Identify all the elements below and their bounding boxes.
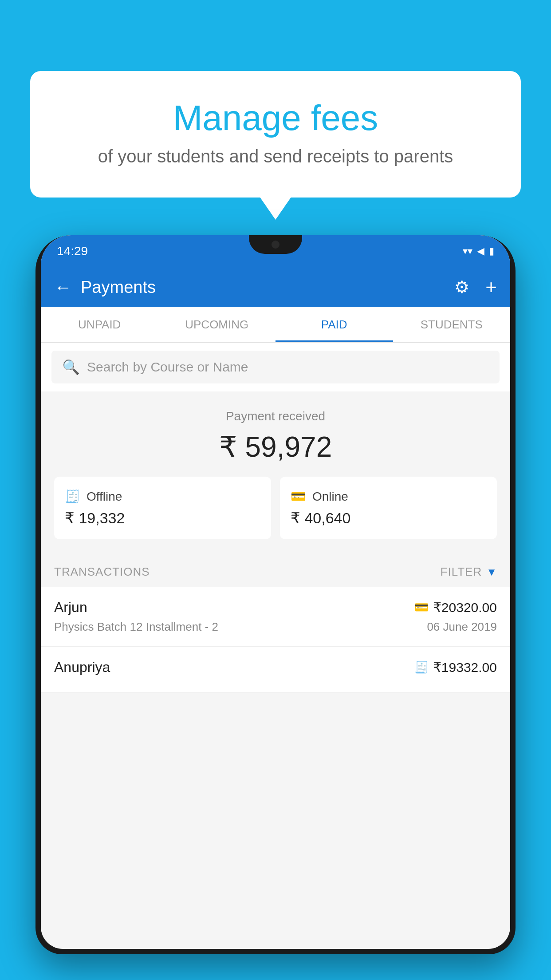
tabs: UNPAID UPCOMING PAID STUDENTS [41, 307, 510, 343]
offline-card-header: 🧾 Offline [65, 489, 260, 504]
offline-icon: 🧾 [65, 489, 80, 504]
back-button[interactable]: ← [54, 277, 72, 297]
transaction-name: Arjun [54, 599, 87, 616]
bubble-subtitle: of your students and send receipts to pa… [66, 146, 485, 166]
offline-label: Offline [87, 490, 122, 504]
transaction-amount-container: 💳 ₹20320.00 [414, 600, 497, 615]
transaction-amount: ₹19332.00 [433, 660, 497, 675]
payment-total-amount: ₹ 59,972 [54, 431, 497, 463]
signal-icon: ◀ [477, 245, 484, 257]
filter-label: FILTER [441, 565, 482, 579]
offline-card: 🧾 Offline ₹ 19,332 [54, 477, 271, 539]
battery-icon: ▮ [489, 245, 494, 257]
speech-bubble: Manage fees of your students and send re… [30, 71, 521, 198]
offline-amount: ₹ 19,332 [65, 509, 260, 527]
search-input[interactable]: Search by Course or Name [87, 360, 248, 375]
transaction-item[interactable]: Anupriya 🧾 ₹19332.00 [41, 647, 510, 693]
tab-students[interactable]: STUDENTS [393, 307, 511, 342]
tab-unpaid[interactable]: UNPAID [41, 307, 158, 342]
status-icons: ▾▾ ◀ ▮ [463, 245, 494, 257]
transaction-item[interactable]: Arjun 💳 ₹20320.00 Physics Batch 12 Insta… [41, 587, 510, 647]
tab-upcoming[interactable]: UPCOMING [158, 307, 276, 342]
transaction-row-top: Arjun 💳 ₹20320.00 [54, 599, 497, 616]
online-label: Online [312, 490, 348, 504]
transaction-date: 06 June 2019 [427, 620, 497, 634]
search-container: 🔍 Search by Course or Name [41, 343, 510, 391]
transaction-course: Physics Batch 12 Installment - 2 [54, 620, 218, 634]
phone-screen: 14:29 ▾▾ ◀ ▮ ← Payments ⚙ + UNPAID [41, 235, 510, 949]
online-icon: 💳 [291, 489, 306, 504]
camera [272, 241, 279, 249]
app-header: ← Payments ⚙ + [41, 267, 510, 307]
online-card: 💳 Online ₹ 40,640 [280, 477, 497, 539]
payment-received-label: Payment received [54, 409, 497, 423]
transaction-row-bottom: Physics Batch 12 Installment - 2 06 June… [54, 620, 497, 634]
filter-icon: ▼ [486, 566, 497, 578]
tab-paid[interactable]: PAID [276, 307, 393, 342]
transaction-type-icon: 💳 [414, 601, 429, 614]
add-button[interactable]: + [485, 276, 497, 298]
search-bar[interactable]: 🔍 Search by Course or Name [51, 351, 500, 383]
transaction-amount-container: 🧾 ₹19332.00 [414, 660, 497, 675]
speech-bubble-container: Manage fees of your students and send re… [30, 71, 521, 198]
search-icon: 🔍 [62, 359, 80, 375]
wifi-icon: ▾▾ [463, 245, 472, 257]
status-time: 14:29 [57, 244, 88, 258]
payment-cards: 🧾 Offline ₹ 19,332 💳 Online ₹ 40,640 [54, 477, 497, 539]
filter-container[interactable]: FILTER ▼ [441, 565, 497, 579]
header-title: Payments [81, 278, 445, 297]
transaction-name: Anupriya [54, 659, 110, 676]
settings-icon[interactable]: ⚙ [454, 277, 469, 297]
status-bar: 14:29 ▾▾ ◀ ▮ [41, 235, 510, 267]
notch [249, 235, 302, 254]
transactions-label: TRANSACTIONS [54, 565, 150, 579]
transaction-amount: ₹20320.00 [433, 600, 497, 615]
online-card-header: 💳 Online [291, 489, 486, 504]
phone: 14:29 ▾▾ ◀ ▮ ← Payments ⚙ + UNPAID [35, 235, 516, 954]
transaction-type-icon: 🧾 [414, 660, 429, 674]
payment-summary: Payment received ₹ 59,972 🧾 Offline ₹ 19… [41, 391, 510, 553]
phone-container: 14:29 ▾▾ ◀ ▮ ← Payments ⚙ + UNPAID [35, 235, 516, 980]
transactions-header: TRANSACTIONS FILTER ▼ [41, 553, 510, 587]
bubble-title: Manage fees [66, 98, 485, 138]
online-amount: ₹ 40,640 [291, 509, 486, 527]
transaction-row-top: Anupriya 🧾 ₹19332.00 [54, 659, 497, 676]
